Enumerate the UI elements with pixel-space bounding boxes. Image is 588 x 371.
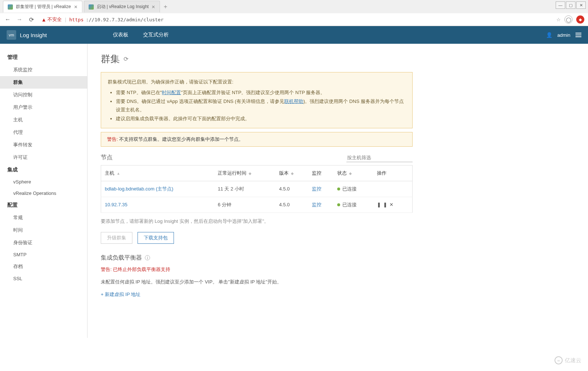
browser-tab-inactive[interactable]: 启动 | vRealize Log Insight ✕	[84, 1, 160, 13]
back-button[interactable]: ←	[4, 15, 12, 24]
user-icon: 👤	[546, 32, 552, 38]
status-cell: 已连接	[334, 181, 374, 197]
sidebar-item-archive[interactable]: 存档	[0, 260, 87, 273]
tab-favicon-icon	[8, 4, 13, 10]
close-icon[interactable]: ✕	[74, 4, 78, 10]
alert-intro: 群集模式现已启用。为确保操作正确，请验证以下配置设置:	[108, 78, 406, 86]
status-dot-icon	[337, 188, 340, 190]
sidebar-item-auth[interactable]: 身份验证	[0, 236, 87, 249]
brand-label: Log Insight	[20, 32, 47, 38]
logo-icon: vm	[7, 30, 16, 40]
security-label: 不安全	[47, 16, 62, 23]
nav-interactive-analytics[interactable]: 交互式分析	[136, 26, 176, 44]
alert-item-ilb: 建议启用集成负载平衡器。此操作可在下面的配置部分中完成。	[116, 114, 406, 123]
sidebar-item-ssl[interactable]: SSL	[0, 273, 87, 284]
sidebar-item-vsphere[interactable]: vSphere	[0, 176, 87, 188]
monitor-link[interactable]: 监控	[312, 202, 321, 207]
sidebar-item-user-alerts[interactable]: 用户警示	[0, 101, 87, 114]
table-row: 10.92.7.35 6 分钟 4.5.0 监控 已连接 ❚❚✕	[101, 197, 413, 213]
time-config-link[interactable]: 时间配置	[162, 90, 181, 95]
user-label[interactable]: admin	[557, 32, 570, 38]
close-icon[interactable]: ✕	[152, 4, 155, 10]
sidebar-item-agents[interactable]: 代理	[0, 126, 87, 139]
download-support-button[interactable]: 下载支持包	[138, 232, 174, 244]
url-path: ://10.92.7.32/admin/cluster	[86, 17, 163, 22]
col-version[interactable]: 版本◆	[275, 165, 308, 181]
sidebar-item-system-monitor[interactable]: 系统监控	[0, 64, 87, 76]
new-tab-button[interactable]: ＋	[161, 3, 170, 11]
sidebar-section-manage: 管理	[0, 51, 87, 64]
version-cell: 4.5.0	[275, 197, 308, 213]
forward-button[interactable]: →	[15, 15, 24, 24]
url-scheme: https	[69, 17, 83, 22]
ilb-title: 集成负载平衡器	[101, 254, 142, 262]
pause-icon[interactable]: ❚❚	[377, 202, 389, 207]
tab-bar: 群集管理 | 管理员 | vRealize ✕ 启动 | vRealize Lo…	[0, 0, 588, 13]
uptime-cell: 11 天 2 小时	[214, 181, 275, 197]
nodes-title: 节点	[101, 154, 113, 161]
sidebar-item-event-forwarding[interactable]: 事件转发	[0, 139, 87, 151]
sidebar-section-config: 配置	[0, 199, 87, 211]
actions-cell	[373, 181, 412, 197]
warning-icon: ▲	[42, 17, 45, 22]
refresh-icon[interactable]: ⟳	[124, 56, 128, 63]
sidebar-item-license[interactable]: 许可证	[0, 151, 87, 164]
uptime-cell: 6 分钟	[214, 197, 275, 213]
col-uptime[interactable]: 正常运行时间◆	[214, 165, 275, 181]
status-cell: 已连接	[334, 197, 374, 213]
tab-title: 启动 | vRealize Log Insight	[97, 4, 149, 10]
sidebar-item-access-control[interactable]: 访问控制	[0, 89, 87, 101]
col-actions: 操作	[373, 165, 412, 181]
status-dot-icon	[337, 203, 340, 206]
add-node-note: 要添加节点，请部署新的 Log Insight 实例，然后在启动向导中选择"加入…	[101, 218, 413, 225]
app-header: vm Log Insight 仪表板 交互式分析 👤 admin	[0, 26, 588, 44]
alert-item-dns: 需要 DNS。确保已通过 vApp 选项正确配置和验证 DNS (有关详细信息，…	[116, 97, 406, 114]
bookmark-icon[interactable]: ☆	[556, 17, 561, 22]
nodes-table: 主机▲ 正常运行时间◆ 版本◆ 监控 状态◆ 操作 bdlab-log.bdne…	[101, 165, 413, 213]
nav-dashboard[interactable]: 仪表板	[106, 26, 136, 44]
online-help-link[interactable]: 联机帮助	[284, 99, 303, 104]
host-link[interactable]: bdlab-log.bdnetlab.com (主节点)	[105, 186, 173, 192]
address-bar: ← → ⟳ ▲ 不安全 | https://10.92.7.32/admin/c…	[0, 13, 588, 26]
sidebar-section-integration: 集成	[0, 164, 87, 176]
sidebar-item-time[interactable]: 时间	[0, 224, 87, 236]
url-input[interactable]: ▲ 不安全 | https://10.92.7.32/admin/cluster	[39, 14, 553, 25]
warn-text: 不支持双节点群集。建议您至少再向群集中添加一个节点。	[118, 136, 244, 142]
sidebar-item-cluster[interactable]: 群集	[0, 76, 87, 89]
sidebar-item-general[interactable]: 常规	[0, 211, 87, 224]
browser-tab-active[interactable]: 群集管理 | 管理员 | vRealize ✕	[3, 1, 82, 13]
config-alert: 群集模式现已启用。为确保操作正确，请验证以下配置设置: 需要 NTP。确保已在"…	[101, 72, 413, 128]
alert-item-ntp: 需要 NTP。确保已在"时间配置"页面上正确配置并验证 NTP。强烈建议至少使用…	[116, 88, 406, 97]
extension-icon[interactable]: ◆	[576, 15, 584, 24]
table-row: bdlab-log.bdnetlab.com (主节点) 11 天 2 小时 4…	[101, 181, 413, 197]
ilb-warning: 警告: 已终止外部负载平衡器支持	[101, 266, 413, 273]
col-monitor[interactable]: 监控	[308, 165, 333, 181]
host-link[interactable]: 10.92.7.35	[105, 202, 127, 207]
actions-cell: ❚❚✕	[373, 197, 412, 213]
tab-favicon-icon	[89, 4, 94, 10]
upgrade-cluster-button: 升级群集	[101, 232, 132, 244]
warn-label: 警告:	[107, 136, 118, 142]
minimize-button[interactable]: —	[556, 1, 565, 9]
col-host[interactable]: 主机▲	[101, 165, 214, 181]
info-icon[interactable]: i	[145, 255, 150, 260]
profile-icon[interactable]: ◯	[564, 15, 573, 24]
new-vip-link[interactable]: + 新建虚拟 IP 地址	[101, 291, 413, 298]
sidebar: 管理 系统监控 群集 访问控制 用户警示 主机 代理 事件转发 许可证 集成 v…	[0, 44, 88, 338]
host-filter-input[interactable]	[346, 153, 413, 162]
col-status[interactable]: 状态◆	[334, 165, 374, 181]
ilb-description: 未配置任何虚拟 IP 地址。强烈建议至少添加一个 VIP。 单击"新建虚拟 IP…	[101, 278, 413, 286]
main-content: 群集 ⟳ 群集模式现已启用。为确保操作正确，请验证以下配置设置: 需要 NTP。…	[88, 44, 426, 338]
sidebar-item-smtp[interactable]: SMTP	[0, 249, 87, 260]
reload-button[interactable]: ⟳	[27, 15, 35, 24]
monitor-link[interactable]: 监控	[312, 186, 321, 192]
page-title: 群集	[101, 53, 120, 65]
maximize-button[interactable]: ▢	[566, 1, 575, 9]
tab-title: 群集管理 | 管理员 | vRealize	[16, 4, 71, 10]
sidebar-item-hosts[interactable]: 主机	[0, 114, 87, 126]
close-window-button[interactable]: ✕	[576, 1, 586, 9]
two-node-warning: 警告: 不支持双节点群集。建议您至少再向群集中添加一个节点。	[101, 132, 413, 147]
remove-icon[interactable]: ✕	[389, 202, 396, 207]
menu-icon[interactable]	[575, 33, 581, 37]
sidebar-item-vrops[interactable]: vRealize Operations	[0, 188, 87, 199]
